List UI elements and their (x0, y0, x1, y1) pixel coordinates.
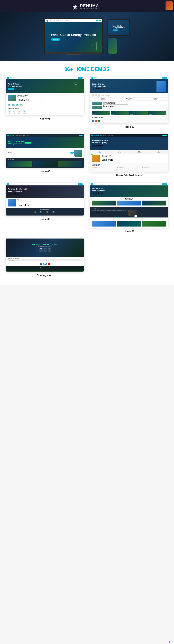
h4-svc-grid: ☀️ Solar Solutions 🌍 Global Optimization… (92, 167, 166, 171)
h2-grid-img2 (97, 102, 102, 105)
h4-stat1: 💨 Windmogo (90, 150, 110, 154)
h1-logo-name: RENUMA (10, 77, 14, 78)
h5-icon1: ☀️ Solar Systems (33, 210, 37, 214)
h2-nav-btn[interactable]: Get Quote (162, 77, 167, 78)
tablet-content: 🌟 RENUMA Wind & SolarEnergy Producer Lea… (112, 24, 125, 31)
h4-hero-btn[interactable]: Learn More (92, 144, 104, 147)
cs-social-facebook[interactable]: f (40, 263, 42, 265)
demo-preview-home03[interactable]: RENUMA HOME ABOUT SERVICES BLOG Contact … (6, 134, 84, 168)
h3-hero-headline: Save energy for yourfuture generations. (8, 140, 24, 145)
h6-company-content: Lorem ipsum dolor sit amet consectetur a… (92, 210, 166, 216)
h4-since-btn[interactable]: Learn More (102, 159, 113, 161)
h4-since-image: 32 (92, 155, 100, 162)
phone-and-tablet2 (108, 38, 130, 54)
demo-label-home05: Home 05 (40, 218, 50, 221)
h1-hero-btn[interactable]: Learn More (8, 88, 14, 90)
h6-hero-btn[interactable]: Learn More (92, 192, 104, 195)
h5-icon3-circle: ♻️ (46, 210, 48, 214)
tablet-headline: Wind & SolarEnergy Producer (112, 25, 125, 28)
h5-solar-desc: Lorem ipsum dolor sit amet consectetur a… (18, 201, 30, 202)
h1-about: Best Wind Solutions &Renewable Energy Lo… (6, 94, 84, 102)
h1-svc-wind: 💨 Wind (13, 110, 16, 114)
demo-preview-home01[interactable]: RENUMA HOME ABOUT SERVICES BLOG Get Quot… (6, 76, 84, 115)
h2-logo-dot (91, 77, 93, 79)
h1-about-desc: Lorem ipsum dolor sit amet, consectetur … (18, 98, 56, 99)
h2-largest-desc: Lorem ipsum dolor sit amet, consectetur … (103, 104, 128, 105)
cs-social-youtube[interactable]: ▶ (48, 263, 50, 265)
section-title-area: 06+ HOME DEMOS (0, 61, 174, 76)
h5-logo-name: RENUMA (10, 184, 14, 184)
cs-hrs: 27 hrs (44, 248, 46, 252)
h6-solar-services: We provide one of thebest solar services (90, 218, 168, 228)
svg-marker-15 (41, 266, 42, 268)
h5-rating-score: 4.8 (18, 202, 19, 204)
logo-subtitle: RENEWABLE ENERGY (80, 8, 102, 9)
h5-icon3: ♻️ Renewable Energy (45, 210, 50, 214)
cs-headline: WE ARE COMING SOON (32, 243, 58, 246)
h1-svc-consult-lbl: Consulting (23, 113, 26, 114)
cs-subscribe-placeholder: Enter your email address (9, 260, 15, 261)
h5-icon4: 💨 Wind Turbine Systems (51, 210, 56, 214)
laptop-screen: HOME ABOUT SERVICES PORTFOLIO CONTACT Ge… (45, 19, 102, 52)
h2-reviews-text: This is simply a plantation frame energy… (92, 118, 166, 119)
h5-nav-btn[interactable]: Get Quote (78, 183, 83, 185)
hero-devices: 🌟 RENUMA Wind & SolarEnergy Producer Lea… (108, 19, 130, 54)
cs-social-twitter[interactable]: t (43, 263, 45, 265)
h5-solar-text: We are innovativesolar agency. Lorem ips… (18, 199, 30, 206)
tablet-brand: 🌟 RENUMA (112, 24, 125, 24)
h3-nav-btn[interactable]: Contact (79, 135, 83, 136)
h2-largest-title: We're the largest solar &wind energy giv… (103, 102, 128, 104)
h2-largest-btn[interactable]: Learn More (103, 105, 115, 107)
h1-about-btn[interactable]: Read More (18, 99, 29, 101)
h3-hero-btn[interactable]: Learn More (24, 142, 31, 144)
h6-company-btn[interactable]: Learn More (92, 211, 104, 214)
laptop-stand (66, 54, 81, 55)
h6-solar-services-title: We provide one of thebest solar services (92, 218, 166, 220)
demos-label: DEMOS (91, 66, 110, 72)
h2-avatar1 (92, 120, 94, 122)
h3-nav-links: HOME ABOUT SERVICES BLOG (16, 135, 78, 136)
h6-hero-text: Save energy forfuture generations Learn … (92, 188, 106, 195)
h5-solar: We are innovativesolar agency. Lorem ips… (6, 198, 84, 208)
demo-preview-home06[interactable]: RENUMA HOME ABOUT SERVICES BLOG Get Quot… (90, 183, 168, 228)
h1-stat-2: 983+ Workers (12, 104, 15, 106)
h5-provider-title: Best solar provider (8, 209, 82, 210)
h5-nav-links: HOME ABOUT SERVICES BLOG (16, 184, 77, 184)
demo-preview-home02[interactable]: RENUMA HOME ABOUT SERVICES PORTFOLIO CON… (90, 76, 168, 123)
cs-social-linkedin[interactable]: in (45, 263, 47, 265)
h2-grid-img3 (92, 106, 96, 109)
h5-solar-btn[interactable]: Learn More (18, 204, 29, 206)
h1-stat-3: 34+ Awards (16, 104, 19, 106)
laptop-nav-logo (46, 20, 48, 22)
home-label: HOME (74, 66, 90, 72)
h6-company-image: 4.7 ★ (128, 210, 136, 216)
h5-icon1-lbl: Solar Systems (33, 214, 37, 214)
h4-svc2: 🌍 Global Optimization (117, 167, 141, 168)
h4-svc3-icon: ♻️ (142, 167, 144, 168)
laptop-cta-btn[interactable]: Learn More (51, 38, 60, 41)
demo-preview-home04[interactable]: RENUMA HOME ABOUT SERVICES BLOG Get Quot… (90, 134, 168, 172)
h5-icons-row: ☀️ Solar Systems 🌍 Global Optimization ♻… (8, 210, 82, 214)
h6-nav-btn[interactable]: Get Quote (162, 183, 167, 185)
h4-services: Excellent servicesfor your business ☀️ S… (90, 163, 168, 172)
h1-nav-btn[interactable]: Get Quote (78, 77, 83, 78)
h2-hero-btn[interactable]: Learn More (92, 87, 104, 90)
cs-days: 965 days (39, 248, 43, 252)
cs-subscribe-input[interactable]: Enter your email address (8, 260, 82, 262)
h2-avatar2 (95, 120, 97, 122)
h3-logo-dot (7, 134, 9, 136)
h6-planet-title: A bright idea fora greener planet (92, 198, 166, 200)
h5-hero-btn[interactable]: Learn More (8, 193, 19, 196)
demo-preview-home05[interactable]: RENUMA HOME ABOUT SERVICES BLOG Get Quot… (6, 183, 84, 216)
hero-section: HOME ABOUT SERVICES PORTFOLIO CONTACT Ge… (0, 12, 174, 61)
h6-logo-dot (91, 183, 93, 185)
h4-nav-btn[interactable]: Get Quote (162, 135, 167, 136)
demo-item-home04: RENUMA HOME ABOUT SERVICES BLOG Get Quot… (90, 134, 168, 177)
h2-grid-img1 (92, 102, 96, 105)
demo-preview-comingsoon[interactable]: WE ARE COMING SOON Stay tuned, we are la… (6, 238, 84, 272)
h2-trust-img1 (92, 94, 94, 96)
h6-ss-card2 (117, 221, 141, 226)
h2-review-avatars (92, 120, 166, 122)
laptop-headline: Wind & Solar Energy Producer (51, 33, 96, 37)
h3-services-title: Our Services (8, 159, 82, 160)
